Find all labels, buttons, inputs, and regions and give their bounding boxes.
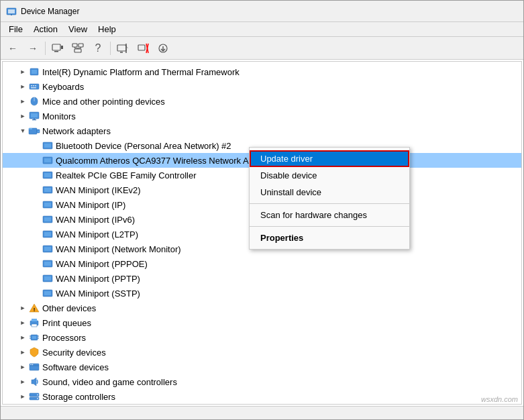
status-bar (1, 406, 523, 420)
realtek-label: Realtek PCIe GBE Family Controller (56, 170, 197, 180)
svg-rect-67 (32, 336, 36, 339)
help-button[interactable]: ? (89, 40, 107, 57)
context-menu-properties[interactable]: Properties (250, 229, 409, 246)
toggle-security-devices[interactable]: ► (17, 347, 28, 358)
title-bar: Device Manager (1, 1, 523, 22)
tree-item-keyboards[interactable]: ► Keyboards (3, 79, 521, 94)
intel-dynamic-label: Intel(R) Dynamic Platform and Thermal Fr… (42, 67, 240, 77)
menu-bar: File Action View Help (1, 22, 523, 37)
other-devices-label: Other devices (42, 303, 96, 313)
warning-icon: ! (28, 303, 40, 313)
tree-item-intel-dynamic[interactable]: ► Intel(R) Dynamic Platform and Thermal … (3, 64, 521, 79)
security-icon (28, 347, 40, 358)
forward-button[interactable]: → (23, 40, 42, 57)
wan-pppoe-label: WAN Miniport (PPPOE) (56, 259, 148, 269)
menu-action[interactable]: Action (28, 23, 63, 36)
processors-label: Processors (42, 333, 86, 343)
svg-rect-26 (33, 85, 34, 87)
wan-ipv6-label: WAN Miniport (IPv6) (56, 215, 135, 225)
software-icon (28, 362, 40, 372)
main-content: ► Intel(R) Dynamic Platform and Thermal … (1, 60, 523, 406)
mice-label: Mice and other pointing devices (42, 97, 165, 107)
toggle-qualcomm (31, 155, 42, 166)
wan-pptp-label: WAN Miniport (PPTP) (56, 274, 140, 284)
tree-item-wan-pppoe[interactable]: WAN Miniport (PPPOE) (3, 256, 521, 271)
svg-rect-54 (44, 247, 51, 251)
context-menu: Update driver Disable device Uninstall d… (249, 147, 410, 250)
context-menu-update-driver[interactable]: Update driver (250, 150, 409, 167)
tree-item-wan-pptp[interactable]: WAN Miniport (PPTP) (3, 271, 521, 286)
tree-item-wan-sstp[interactable]: WAN Miniport (SSTP) (3, 286, 521, 301)
toggle-keyboards[interactable]: ► (17, 81, 28, 92)
wan-icon-7 (42, 273, 54, 284)
back-button[interactable]: ← (3, 40, 22, 57)
toolbar-separator-1 (45, 42, 46, 55)
toggle-monitors[interactable]: ► (17, 111, 28, 121)
toggle-mice[interactable]: ► (17, 96, 28, 107)
update-driver-button[interactable] (154, 40, 172, 57)
menu-file[interactable]: File (3, 23, 28, 36)
svg-rect-5 (61, 46, 63, 49)
svg-rect-64 (32, 319, 37, 321)
network-device-icon-qca (42, 155, 54, 166)
tree-item-software-devices[interactable]: ► Software devices (3, 360, 521, 374)
processor-icon (28, 332, 40, 343)
svg-rect-40 (44, 144, 51, 148)
toggle-other-devices[interactable]: ► (17, 303, 28, 313)
wan-sstp-label: WAN Miniport (SSTP) (56, 288, 140, 299)
tree-item-monitors[interactable]: ► Monitors (3, 109, 521, 123)
tree-item-storage-controllers[interactable]: ► Storage controllers (3, 389, 521, 404)
svg-rect-33 (32, 119, 36, 120)
svg-rect-52 (44, 232, 51, 236)
devices-icon (52, 43, 64, 54)
context-menu-scan-hardware[interactable]: Scan for hardware changes (250, 207, 409, 223)
delete-icon (137, 43, 149, 54)
download-icon (157, 43, 169, 54)
tree-item-other-devices[interactable]: ► ! Other devices (3, 301, 521, 315)
toggle-sound-video[interactable]: ► (17, 376, 28, 387)
title-bar-icon (6, 6, 17, 17)
wan-icon-3 (42, 214, 54, 225)
menu-help[interactable]: Help (93, 23, 121, 36)
toolbar: ← → ? (1, 37, 523, 60)
tree-item-security-devices[interactable]: ► Security devices (3, 345, 521, 360)
tree-item-print-queues[interactable]: ► Print queues (3, 315, 521, 330)
toggle-processors[interactable]: ► (17, 332, 28, 343)
toggle-print-queues[interactable]: ► (17, 317, 28, 328)
scan-icon (117, 43, 129, 54)
sound-video-label: Sound, video and game controllers (42, 377, 177, 387)
svg-rect-28 (31, 87, 36, 89)
context-menu-disable-device[interactable]: Disable device (250, 167, 409, 184)
toggle-intel[interactable]: ► (17, 66, 28, 77)
scan-hardware-button[interactable] (113, 40, 132, 57)
qualcomm-label: Qualcomm Atheros QCA9377 Wireless Networ… (56, 156, 273, 166)
svg-rect-4 (54, 51, 58, 52)
tree-item-sound-video[interactable]: ► Sound, video and game controllers (3, 374, 521, 389)
svg-rect-46 (44, 188, 51, 192)
show-devices-by-connection-button[interactable] (68, 40, 87, 57)
svg-rect-24 (30, 84, 39, 89)
svg-rect-25 (31, 85, 32, 87)
context-menu-uninstall-device[interactable]: Uninstall device (250, 184, 409, 201)
menu-view[interactable]: View (63, 23, 93, 36)
svg-point-80 (37, 398, 38, 399)
storage-controllers-label: Storage controllers (42, 392, 115, 402)
tree-item-mice[interactable]: ► Mice and other pointing devices (3, 94, 521, 109)
svg-rect-58 (44, 276, 51, 280)
mouse-icon (28, 96, 40, 107)
software-devices-label: Software devices (42, 362, 109, 372)
tree-item-network-adapters[interactable]: ▼ Network adapters (3, 123, 521, 138)
wan-icon-6 (42, 258, 54, 269)
svg-marker-76 (32, 378, 36, 386)
network-folder-icon (28, 125, 40, 136)
uninstall-button[interactable] (134, 40, 152, 57)
toggle-network-adapters[interactable]: ▼ (17, 125, 28, 136)
tree-item-processors[interactable]: ► Processors (3, 330, 521, 345)
network-device-icon-realtek (42, 170, 54, 180)
svg-rect-65 (32, 324, 37, 327)
toggle-software-devices[interactable]: ► (17, 362, 28, 372)
context-menu-sep-2 (250, 226, 409, 227)
toggle-storage-controllers[interactable]: ► (17, 391, 28, 402)
show-devices-by-type-button[interactable] (48, 40, 67, 57)
monitors-label: Monitors (42, 111, 76, 121)
